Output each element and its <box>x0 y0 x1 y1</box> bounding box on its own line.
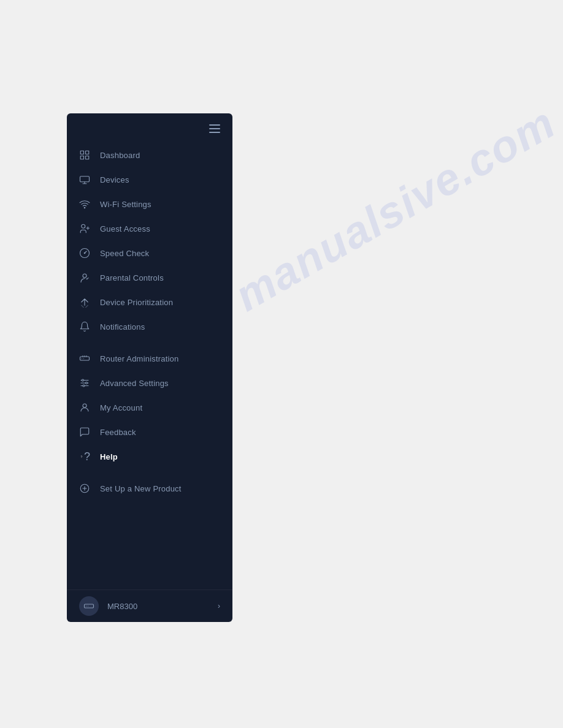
device-name: MR8300 <box>107 602 209 611</box>
sidebar-item-setup-label: Set Up a New Product <box>100 484 182 493</box>
parental-icon <box>79 272 90 283</box>
svg-rect-1 <box>86 151 89 154</box>
sidebar-item-router-admin-label: Router Administration <box>100 354 178 363</box>
notifications-icon <box>79 321 90 332</box>
nav-divider-2 <box>67 469 232 476</box>
feedback-icon <box>79 427 90 438</box>
sidebar-item-help[interactable]: ? Help <box>67 444 232 469</box>
guest-icon <box>79 223 90 234</box>
sidebar-item-wifi[interactable]: Wi-Fi Settings <box>67 192 232 216</box>
sidebar-item-priority-label: Device Prioritization <box>100 298 173 307</box>
wifi-icon <box>79 199 90 210</box>
sidebar-item-advanced[interactable]: Advanced Settings <box>67 371 232 395</box>
sidebar-item-notifications[interactable]: Notifications <box>67 314 232 339</box>
sidebar-header <box>67 113 232 140</box>
advanced-icon <box>79 377 90 389</box>
sidebar-item-wifi-label: Wi-Fi Settings <box>100 200 151 209</box>
svg-rect-10 <box>80 357 90 360</box>
svg-point-9 <box>83 274 86 278</box>
sidebar-item-guest[interactable]: Guest Access <box>67 216 232 241</box>
sidebar: Dashboard Devices Wi-Fi Settings Guest A… <box>67 113 232 622</box>
svg-rect-23 <box>85 604 94 608</box>
account-icon <box>79 402 90 413</box>
sidebar-item-notifications-label: Notifications <box>100 322 145 332</box>
svg-point-14 <box>82 379 84 381</box>
device-row[interactable]: MR8300 › <box>67 590 232 622</box>
sidebar-item-advanced-label: Advanced Settings <box>100 379 169 388</box>
sidebar-item-account[interactable]: My Account <box>67 395 232 420</box>
hamburger-button[interactable] <box>207 122 223 135</box>
svg-rect-4 <box>80 176 90 182</box>
speedcheck-icon <box>79 248 90 259</box>
sidebar-item-setup[interactable]: Set Up a New Product <box>67 476 232 501</box>
svg-rect-2 <box>80 156 83 159</box>
chevron-right-icon: › <box>218 602 220 610</box>
svg-point-16 <box>83 385 85 387</box>
devices-icon <box>79 174 90 185</box>
add-icon <box>79 483 90 494</box>
watermark: manualsive.com <box>226 97 563 320</box>
sidebar-item-parental-label: Parental Controls <box>100 273 164 282</box>
svg-point-17 <box>83 404 86 408</box>
svg-rect-3 <box>86 156 89 159</box>
sidebar-item-speed-label: Speed Check <box>100 249 149 258</box>
sidebar-item-feedback-label: Feedback <box>100 428 136 437</box>
nav-menu: Dashboard Devices Wi-Fi Settings Guest A… <box>67 140 232 587</box>
svg-point-8 <box>84 252 85 254</box>
sidebar-item-help-label: Help <box>100 452 118 461</box>
sidebar-item-dashboard-label: Dashboard <box>100 151 140 160</box>
sidebar-item-guest-label: Guest Access <box>100 224 150 233</box>
sidebar-item-priority[interactable]: Device Prioritization <box>67 290 232 314</box>
help-icon: ? <box>79 451 90 462</box>
sidebar-item-parental[interactable]: Parental Controls <box>67 265 232 290</box>
dashboard-icon <box>79 150 90 161</box>
priority-icon <box>79 297 90 308</box>
svg-rect-0 <box>80 151 83 154</box>
sidebar-item-speed[interactable]: Speed Check <box>67 241 232 265</box>
svg-point-6 <box>82 224 85 228</box>
nav-divider-1 <box>67 339 232 346</box>
sidebar-item-router-admin[interactable]: Router Administration <box>67 346 232 371</box>
device-avatar <box>79 596 99 616</box>
sidebar-item-feedback[interactable]: Feedback <box>67 420 232 444</box>
sidebar-item-devices[interactable]: Devices <box>67 167 232 192</box>
sidebar-item-devices-label: Devices <box>100 175 129 184</box>
sidebar-item-account-label: My Account <box>100 403 142 412</box>
svg-point-5 <box>84 207 85 208</box>
svg-point-15 <box>86 382 88 384</box>
sidebar-item-dashboard[interactable]: Dashboard <box>67 143 232 167</box>
router-admin-icon <box>79 353 90 364</box>
